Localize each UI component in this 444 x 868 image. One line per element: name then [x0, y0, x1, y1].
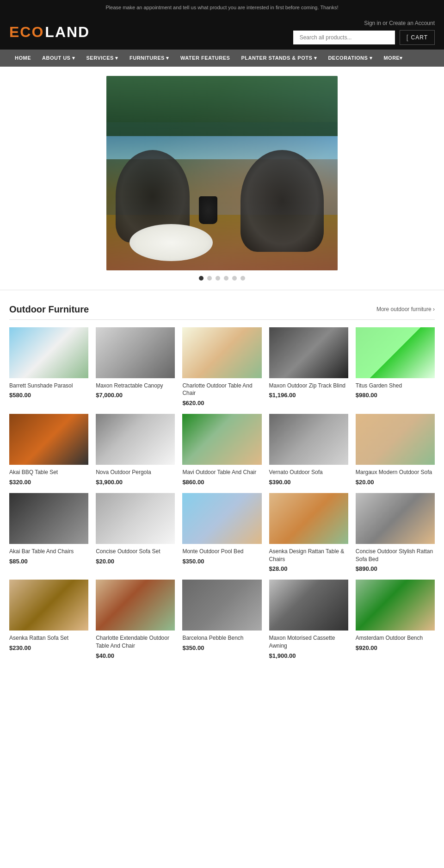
product-name: Maxon Outdoor Zip Track Blind	[269, 382, 348, 390]
product-card[interactable]: Nova Outdoor Pergola$3,900.00	[96, 414, 175, 486]
product-image	[356, 414, 435, 465]
product-card[interactable]: Maxon Motorised Cassette Awning$1,900.00	[269, 580, 348, 659]
product-name: Charlotte Outdoor Table And Chair	[182, 382, 261, 398]
product-name: Titus Garden Shed	[356, 382, 435, 390]
more-furniture-link[interactable]: More outdoor furniture ›	[376, 306, 435, 312]
hero-dot-5[interactable]	[232, 276, 237, 281]
product-card[interactable]: Asenka Design Rattan Table & Chairs$28.0…	[269, 493, 348, 573]
product-card[interactable]: Titus Garden Shed$980.00	[356, 327, 435, 407]
product-card[interactable]: Vernato Outdoor Sofa$390.00	[269, 414, 348, 486]
hero-dots	[199, 276, 245, 281]
nav-item-home[interactable]: HOME	[9, 50, 37, 66]
logo-eco: ECO	[9, 24, 44, 41]
product-image	[269, 414, 348, 465]
chair-right	[240, 150, 324, 252]
logo[interactable]: ECO LAND	[9, 24, 90, 41]
product-image	[356, 493, 435, 544]
cart-bracket-icon: [	[407, 34, 409, 41]
product-card[interactable]: Concise Outdoor Sofa Set$20.00	[96, 493, 175, 573]
nav-item-more-[interactable]: MORE▾	[378, 50, 408, 67]
product-card[interactable]: Asenka Rattan Sofa Set$230.00	[9, 580, 88, 659]
product-image	[96, 580, 175, 631]
pot-element	[199, 196, 217, 224]
hero-dot-1[interactable]	[199, 276, 204, 281]
product-card[interactable]: Charlotte Extendable Outdoor Table And C…	[96, 580, 175, 659]
outdoor-furniture-section: Outdoor Furniture More outdoor furniture…	[0, 295, 444, 678]
product-name: Margaux Modern Outdoor Sofa	[356, 468, 435, 476]
ottoman	[130, 224, 213, 261]
product-price: $40.00	[96, 652, 175, 659]
product-image	[269, 580, 348, 631]
product-price: $350.00	[182, 558, 261, 565]
product-name: Akai BBQ Table Set	[9, 468, 88, 476]
product-price: $980.00	[356, 392, 435, 399]
trees-element	[106, 76, 338, 136]
product-card[interactable]: Barcelona Pebble Bench$350.00	[182, 580, 261, 659]
product-image	[269, 327, 348, 378]
product-price: $3,900.00	[96, 479, 175, 486]
product-card[interactable]: Maxon Outdoor Zip Track Blind$1,196.00	[269, 327, 348, 407]
product-price: $350.00	[182, 644, 261, 651]
announcement-bar: Please make an appointment and tell us w…	[0, 0, 444, 15]
nav-item-services--[interactable]: SERVICES ▾	[81, 50, 124, 67]
product-card[interactable]: Maxon Retractable Canopy$7,000.00	[96, 327, 175, 407]
hero-dot-6[interactable]	[240, 276, 245, 281]
product-name: Maxon Retractable Canopy	[96, 382, 175, 390]
product-image	[9, 327, 88, 378]
header: ECO LAND Sign in or Create an Account [ …	[0, 15, 444, 50]
navigation: HOMEABOUT US ▾SERVICES ▾FURNITURES ▾WATE…	[0, 50, 444, 67]
section-title: Outdoor Furniture	[9, 304, 89, 315]
product-image	[182, 493, 261, 544]
product-card[interactable]: Monte Outdoor Pool Bed$350.00	[182, 493, 261, 573]
product-card[interactable]: Amsterdam Outdoor Bench$920.00	[356, 580, 435, 659]
product-price: $7,000.00	[96, 392, 175, 399]
product-name: Barcelona Pebble Bench	[182, 634, 261, 642]
product-card[interactable]: Concise Outdoor Stylish Rattan Sofa Bed$…	[356, 493, 435, 573]
account-links[interactable]: Sign in or Create an Account	[364, 20, 435, 26]
product-price: $20.00	[356, 479, 435, 486]
product-image	[356, 327, 435, 378]
product-price: $320.00	[9, 479, 88, 486]
nav-item-about-us--[interactable]: ABOUT US ▾	[37, 50, 81, 67]
hero-dot-3[interactable]	[216, 276, 220, 281]
nav-item-furnitures--[interactable]: FURNITURES ▾	[124, 50, 175, 67]
nav-item-decorations--[interactable]: DECORATIONS ▾	[322, 50, 378, 67]
product-price: $20.00	[96, 558, 175, 565]
product-image	[9, 580, 88, 631]
hero-image	[106, 76, 338, 270]
product-name: Asenka Design Rattan Table & Chairs	[269, 548, 348, 563]
product-price: $580.00	[9, 392, 88, 399]
search-input[interactable]	[293, 31, 395, 44]
product-name: Vernato Outdoor Sofa	[269, 468, 348, 476]
product-name: Mavi Outdoor Table And Chair	[182, 468, 261, 476]
product-card[interactable]: Barrett Sunshade Parasol$580.00	[9, 327, 88, 407]
product-name: Maxon Motorised Cassette Awning	[269, 634, 348, 650]
product-name: Asenka Rattan Sofa Set	[9, 634, 88, 642]
product-image	[9, 414, 88, 465]
product-card[interactable]: Margaux Modern Outdoor Sofa$20.00	[356, 414, 435, 486]
product-price: $920.00	[356, 644, 435, 651]
product-name: Amsterdam Outdoor Bench	[356, 634, 435, 642]
product-image	[269, 493, 348, 544]
product-card[interactable]: Akai Bar Table And Chairs$85.00	[9, 493, 88, 573]
nav-item-planter-stands---pots--[interactable]: PLANTER STANDS & POTS ▾	[235, 50, 322, 67]
logo-land: LAND	[45, 24, 90, 41]
product-image	[182, 327, 261, 378]
product-grid: Barrett Sunshade Parasol$580.00Maxon Ret…	[9, 327, 435, 660]
product-card[interactable]: Mavi Outdoor Table And Chair$860.00	[182, 414, 261, 486]
hero-dot-2[interactable]	[207, 276, 212, 281]
product-card[interactable]: Charlotte Outdoor Table And Chair$620.00	[182, 327, 261, 407]
product-price: $230.00	[9, 644, 88, 651]
header-actions: [ CART	[293, 30, 435, 45]
hero-section	[0, 67, 444, 285]
product-price: $890.00	[356, 565, 435, 572]
cart-button[interactable]: [ CART	[400, 30, 435, 45]
nav-item-water-features[interactable]: WATER FEATURES	[175, 50, 235, 66]
product-name: Concise Outdoor Stylish Rattan Sofa Bed	[356, 548, 435, 563]
product-card[interactable]: Akai BBQ Table Set$320.00	[9, 414, 88, 486]
hero-dot-4[interactable]	[224, 276, 228, 281]
product-price: $85.00	[9, 558, 88, 565]
product-image	[182, 580, 261, 631]
announcement-text: Please make an appointment and tell us w…	[105, 5, 338, 10]
product-name: Concise Outdoor Sofa Set	[96, 548, 175, 556]
